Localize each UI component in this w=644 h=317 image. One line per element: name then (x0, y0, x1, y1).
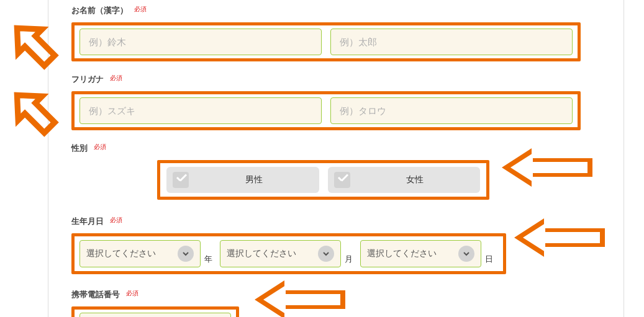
furigana-last-input[interactable] (79, 97, 322, 124)
dob-month-select[interactable]: 選択してください (220, 240, 341, 267)
firstname-input[interactable] (330, 29, 573, 55)
phone-highlight (71, 306, 239, 317)
arrow-callout-icon (513, 216, 606, 259)
dob-label: 生年月日 (71, 217, 104, 226)
chevron-down-icon (458, 246, 474, 262)
check-icon (173, 172, 189, 188)
phone-label: 携帯電話番号 (71, 290, 120, 299)
dob-year-text: 選択してください (86, 248, 178, 259)
furigana-highlight (71, 91, 581, 130)
name-required: 必須 (134, 6, 147, 12)
gender-male-label: 男性 (195, 174, 313, 185)
name-highlight (71, 22, 581, 61)
furigana-first-input[interactable] (330, 97, 573, 124)
dob-required: 必須 (110, 217, 122, 223)
phone-input[interactable] (79, 313, 231, 317)
lastname-input[interactable] (79, 29, 322, 55)
phone-required: 必須 (126, 290, 138, 297)
gender-female-button[interactable]: 女性 (328, 167, 481, 193)
unit-month: 月 (345, 254, 353, 265)
gender-female-label: 女性 (356, 174, 474, 185)
gender-required: 必須 (94, 143, 106, 150)
unit-year: 年 (204, 254, 212, 265)
dob-day-text: 選択してください (367, 248, 458, 259)
check-icon (334, 172, 350, 188)
name-label: お名前（漢字） (71, 6, 128, 15)
unit-day: 日 (485, 254, 493, 265)
gender-male-button[interactable]: 男性 (166, 167, 319, 193)
furigana-label: フリガナ (71, 74, 104, 84)
dob-highlight: 選択してください 年 選択してください 月 選択してください 日 (71, 233, 506, 274)
gender-highlight: 男性 女性 (157, 160, 489, 200)
chevron-down-icon (318, 246, 334, 262)
dob-month-text: 選択してください (227, 248, 318, 259)
chevron-down-icon (178, 246, 194, 262)
arrow-callout-icon (253, 278, 347, 317)
dob-year-select[interactable]: 選択してください (79, 240, 201, 267)
gender-label: 性別 (71, 143, 88, 153)
dob-day-select[interactable]: 選択してください (360, 240, 481, 267)
arrow-callout-icon (7, 86, 60, 138)
furigana-required: 必須 (110, 74, 122, 81)
arrow-callout-icon (7, 19, 60, 71)
arrow-callout-icon (501, 146, 594, 189)
